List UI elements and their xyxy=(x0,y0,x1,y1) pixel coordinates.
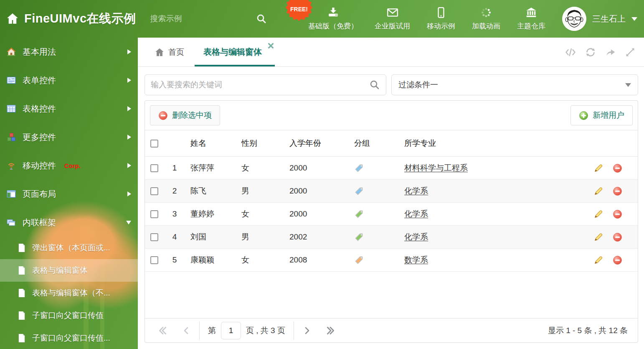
edit-icon[interactable] xyxy=(593,163,603,173)
tag-icon xyxy=(354,212,364,221)
delete-selected-button[interactable]: 删除选中项 xyxy=(150,105,220,125)
sidebar-item-label: 内联框架 xyxy=(23,217,56,228)
chevron-right-icon xyxy=(127,135,131,140)
edit-icon[interactable] xyxy=(593,186,603,196)
nav-mobile-demo[interactable]: 移动示例 xyxy=(427,7,455,31)
home-icon[interactable] xyxy=(6,12,19,25)
header-search-input[interactable] xyxy=(150,14,253,23)
cell-name: 董婷婷 xyxy=(185,203,236,226)
major-link[interactable]: 材料科学与工程系 xyxy=(404,163,468,172)
tab-home[interactable]: 首页 xyxy=(145,38,193,66)
edit-icon[interactable] xyxy=(593,255,603,265)
table-row: 1 张萍萍 女 2000 材料科学与工程系 xyxy=(145,157,638,180)
table-icon xyxy=(7,104,16,113)
corp-badge: Corp. xyxy=(64,162,81,169)
nav-theme-repo[interactable]: 主题仓库 xyxy=(517,7,545,31)
row-checkbox[interactable] xyxy=(150,256,158,264)
sidebar-subitem-grid-edit-window-no[interactable]: 表格与编辑窗体（不... xyxy=(0,282,138,304)
sidebar-item-label: 页面布局 xyxy=(23,189,56,200)
select-all-checkbox[interactable] xyxy=(150,140,158,148)
major-link[interactable]: 化学系 xyxy=(404,186,428,195)
sidebar-item-grid-controls[interactable]: 表格控件 xyxy=(0,94,138,123)
code-icon[interactable] xyxy=(565,47,576,58)
tab-grid-edit-window[interactable]: 表格与编辑窗体 xyxy=(193,38,276,66)
antenna-icon xyxy=(7,161,16,170)
expand-icon[interactable] xyxy=(625,47,636,58)
nav-basic-download[interactable]: 基础版（免费） xyxy=(308,7,358,31)
pagination-bar: 第 页 , 共 3 页 显示 1 - 5 条 , 共 12 条 xyxy=(145,318,638,342)
edit-icon[interactable] xyxy=(593,232,603,242)
delete-icon[interactable] xyxy=(613,255,622,265)
file-icon xyxy=(18,311,26,320)
row-checkbox[interactable] xyxy=(150,233,158,241)
sidebar-subitem-label: 表格与编辑窗体 xyxy=(32,265,88,276)
row-checkbox[interactable] xyxy=(150,187,158,195)
filter-row: 过滤条件一 xyxy=(145,74,638,95)
sidebar-subitem-child-to-parent[interactable]: 子窗口向父窗口传值 xyxy=(0,304,138,327)
share-icon[interactable] xyxy=(605,47,616,58)
search-icon[interactable] xyxy=(369,79,380,90)
next-page-icon[interactable] xyxy=(302,326,312,335)
phone-icon xyxy=(435,7,447,18)
main-area: 首页 表格与编辑窗体 xyxy=(138,38,644,349)
file-icon xyxy=(18,243,26,252)
chevron-right-icon xyxy=(127,78,131,83)
filter-select[interactable]: 过滤条件一 xyxy=(391,74,638,95)
layout-icon xyxy=(7,189,16,199)
cell-year: 2000 xyxy=(284,180,349,203)
sidebar: 基本用法 表单控件 表格控件 更多控件 xyxy=(0,38,138,349)
edit-icon[interactable] xyxy=(593,209,603,219)
chevron-right-icon xyxy=(127,191,131,196)
sidebar-item-label: 移动控件 xyxy=(23,160,56,171)
keyword-search-input[interactable] xyxy=(151,80,369,89)
cell-year: 2000 xyxy=(284,203,349,226)
row-number: 5 xyxy=(164,249,185,272)
major-link[interactable]: 化学系 xyxy=(404,232,428,241)
nav-enterprise-trial[interactable]: 企业版试用 xyxy=(375,7,410,31)
nav-label: 移动示例 xyxy=(427,21,455,31)
major-link[interactable]: 化学系 xyxy=(404,209,428,218)
home-colored-icon xyxy=(7,47,16,56)
grid-toolbar: 删除选中项 新增用户 xyxy=(145,101,638,130)
cell-name: 刘国 xyxy=(185,226,236,249)
user-menu[interactable]: 三生石上 xyxy=(562,7,637,31)
sidebar-subitem-label: 弹出窗体（本页面或... xyxy=(32,242,110,253)
delete-icon[interactable] xyxy=(613,232,622,242)
row-number: 1 xyxy=(164,157,185,180)
column-header-gender: 性别 xyxy=(236,130,284,157)
search-icon[interactable] xyxy=(256,13,267,24)
sidebar-subitem-grid-edit-window[interactable]: 表格与编辑窗体 xyxy=(0,259,138,282)
caret-down-icon xyxy=(631,17,637,21)
content: 过滤条件一 删除选中项 新增用户 xyxy=(138,67,644,349)
delete-icon[interactable] xyxy=(613,163,622,173)
refresh-icon[interactable] xyxy=(585,47,596,58)
cell-gender: 女 xyxy=(236,203,284,226)
major-link[interactable]: 数学系 xyxy=(404,255,428,264)
free-badge: FREE! xyxy=(287,0,312,20)
delete-icon[interactable] xyxy=(613,186,622,196)
cell-year: 2000 xyxy=(284,157,349,180)
first-page-icon[interactable] xyxy=(157,326,167,335)
header-right: 基础版（免费） 企业版试用 移动示例 加载动画 xyxy=(308,0,637,38)
sidebar-item-label: 更多控件 xyxy=(23,132,56,143)
sidebar-subitem-popup-window[interactable]: 弹出窗体（本页面或... xyxy=(0,237,138,259)
add-user-button[interactable]: 新增用户 xyxy=(570,105,633,125)
sidebar-item-label: 表格控件 xyxy=(23,103,56,115)
row-checkbox[interactable] xyxy=(150,164,158,172)
sidebar-item-basic-usage[interactable]: 基本用法 xyxy=(0,38,138,66)
sidebar-item-form-controls[interactable]: 表单控件 xyxy=(0,66,138,94)
file-icon xyxy=(18,266,26,275)
sidebar-item-more-controls[interactable]: 更多控件 xyxy=(0,123,138,151)
last-page-icon[interactable] xyxy=(326,326,336,335)
sidebar-item-iframe[interactable]: 内联框架 xyxy=(0,208,138,237)
nav-loading-animation[interactable]: 加载动画 xyxy=(472,7,500,31)
delete-icon[interactable] xyxy=(613,209,622,219)
row-checkbox[interactable] xyxy=(150,210,158,218)
sidebar-subitem-child-to-parent-2[interactable]: 子窗口向父窗口传值... xyxy=(0,327,138,349)
page-number-input[interactable] xyxy=(221,322,241,339)
sidebar-item-page-layout[interactable]: 页面布局 xyxy=(0,180,138,208)
prev-page-icon[interactable] xyxy=(182,326,191,335)
sidebar-item-mobile-controls[interactable]: 移动控件 Corp. xyxy=(0,151,138,180)
close-icon[interactable] xyxy=(268,43,274,48)
avatar[interactable] xyxy=(562,7,586,31)
